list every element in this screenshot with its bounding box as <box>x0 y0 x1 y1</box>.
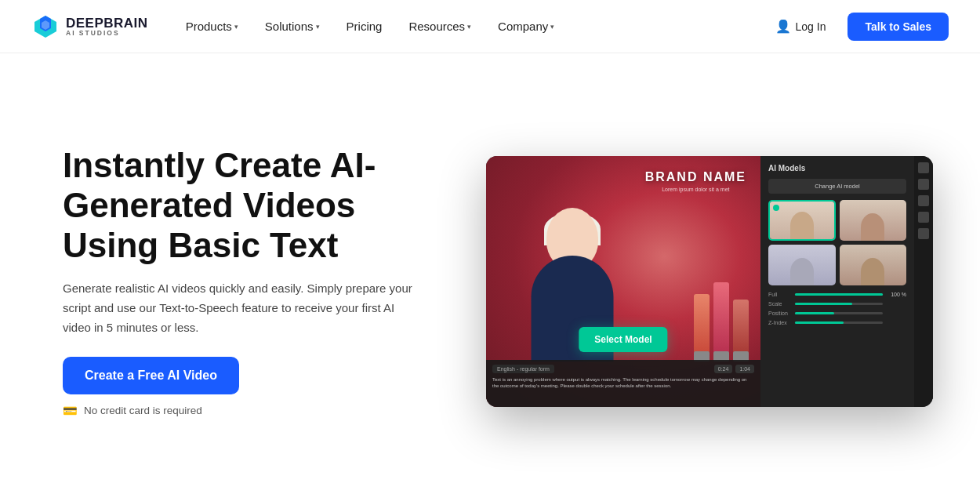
products-chevron: ▾ <box>234 23 238 31</box>
solutions-label: Solutions <box>265 20 314 33</box>
time1-badge: 0:24 <box>714 365 733 373</box>
lipstick-products <box>694 282 749 361</box>
hero-left: Instantly Create AI-Generated Videos Usi… <box>63 145 447 417</box>
hero-section: Instantly Create AI-Generated Videos Usi… <box>0 53 980 494</box>
cta-label: Create a Free AI Video <box>85 369 217 382</box>
mockup-right-panel: AI Models Change AI model <box>760 156 914 407</box>
hero-cta-area: Create a Free AI Video 💳 No credit card … <box>63 357 447 418</box>
change-model-btn[interactable]: Change AI model <box>768 179 906 194</box>
panel-icon-3[interactable] <box>918 195 929 206</box>
lipstick-1 <box>694 294 710 361</box>
hero-right: BRAND NAME Lorem ipsum dolor sit a met <box>486 156 933 407</box>
nav-item-products[interactable]: Products ▾ <box>173 13 251 39</box>
no-card-note: 💳 No credit card is required <box>63 404 447 418</box>
mockup-video-area: BRAND NAME Lorem ipsum dolor sit a met <box>486 156 760 407</box>
model-grid <box>768 200 906 285</box>
panel-icon-5[interactable] <box>918 228 929 239</box>
logo-icon <box>31 13 60 41</box>
logo-text: DEEPBRAIN AI STUDIOS <box>66 16 148 37</box>
lipstick-2 <box>713 282 729 361</box>
lang-time-row: English - regular form 0:24 1:04 <box>492 365 754 373</box>
video-bottom-bar: English - regular form 0:24 1:04 Text is… <box>486 360 760 407</box>
create-video-button[interactable]: Create a Free AI Video <box>63 357 239 394</box>
brand-sub-text: Lorem ipsum dolor sit a met <box>645 187 746 192</box>
time2-badge: 1:04 <box>735 365 754 373</box>
logo-area[interactable]: DEEPBRAIN AI STUDIOS <box>31 13 148 41</box>
ctrl-zindex: Z-Index <box>768 320 906 325</box>
ctrl-pos-bar[interactable] <box>795 312 883 314</box>
nav-links: Products ▾ Solutions ▾ Pricing Resources… <box>173 13 763 39</box>
time-badges: 0:24 1:04 <box>714 365 754 373</box>
products-label: Products <box>186 20 232 33</box>
panel-icon-2[interactable] <box>918 179 929 190</box>
resources-label: Resources <box>408 20 465 33</box>
talk-label: Talk to Sales <box>865 20 931 33</box>
ctrl-scale-bar[interactable] <box>795 303 883 305</box>
logo-sub: AI STUDIOS <box>66 30 148 37</box>
panel-icon-1[interactable] <box>918 162 929 173</box>
nav-item-pricing[interactable]: Pricing <box>334 13 395 39</box>
selected-dot <box>773 205 779 211</box>
company-chevron: ▾ <box>550 23 554 31</box>
brand-name-text: BRAND NAME <box>645 170 746 184</box>
talk-to-sales-button[interactable]: Talk to Sales <box>848 13 949 41</box>
nav-actions: 👤 Log In Talk to Sales <box>763 13 949 41</box>
ctrl-position: Position <box>768 311 906 316</box>
ctrl-z-label: Z-Index <box>768 320 792 325</box>
panel-controls: Full 100 % Scale Position <box>768 292 906 325</box>
pricing-label: Pricing <box>347 20 383 33</box>
ctrl-full: Full 100 % <box>768 292 906 297</box>
mockup-container: BRAND NAME Lorem ipsum dolor sit a met <box>486 156 933 407</box>
model-thumb-2[interactable] <box>840 200 907 241</box>
select-model-label: Select Model <box>594 334 652 345</box>
login-label: Log In <box>796 20 826 33</box>
navbar: DEEPBRAIN AI STUDIOS Products ▾ Solution… <box>0 0 980 53</box>
company-label: Company <box>498 20 548 33</box>
resources-chevron: ▾ <box>467 23 471 31</box>
panel-icon-4[interactable] <box>918 212 929 223</box>
model-thumb-1[interactable] <box>768 200 836 241</box>
nav-item-solutions[interactable]: Solutions ▾ <box>252 13 332 39</box>
panel-header: AI Models <box>768 164 906 173</box>
ctrl-full-bar[interactable] <box>795 293 883 296</box>
model-thumb-3[interactable] <box>768 245 836 285</box>
model-thumb-4[interactable] <box>840 245 907 285</box>
logo-brand: DEEPBRAIN <box>66 16 148 30</box>
script-text: Text is an annoying problem where output… <box>492 376 754 390</box>
ctrl-scale: Scale <box>768 301 906 307</box>
ctrl-full-label: Full <box>768 292 792 297</box>
panel-icon-strip <box>914 156 933 407</box>
solutions-chevron: ▾ <box>316 23 320 31</box>
lipstick-3 <box>733 300 749 361</box>
nav-item-resources[interactable]: Resources ▾ <box>396 13 484 39</box>
select-model-button[interactable]: Select Model <box>579 327 667 352</box>
hero-subtitle: Generate realistic AI videos quickly and… <box>63 279 416 337</box>
ctrl-z-bar[interactable] <box>795 321 883 324</box>
ctrl-scale-label: Scale <box>768 301 792 307</box>
hero-title: Instantly Create AI-Generated Videos Usi… <box>63 145 447 265</box>
brand-overlay: BRAND NAME Lorem ipsum dolor sit a met <box>645 170 746 192</box>
login-button[interactable]: 👤 Log In <box>763 13 839 40</box>
ctrl-full-val: 100 % <box>886 292 906 297</box>
no-card-text: No credit card is required <box>84 405 202 416</box>
credit-card-icon: 💳 <box>63 404 78 418</box>
nav-item-company[interactable]: Company ▾ <box>485 13 567 39</box>
user-icon: 👤 <box>775 19 791 34</box>
lang-badge: English - regular form <box>492 365 554 373</box>
ctrl-pos-label: Position <box>768 311 792 316</box>
